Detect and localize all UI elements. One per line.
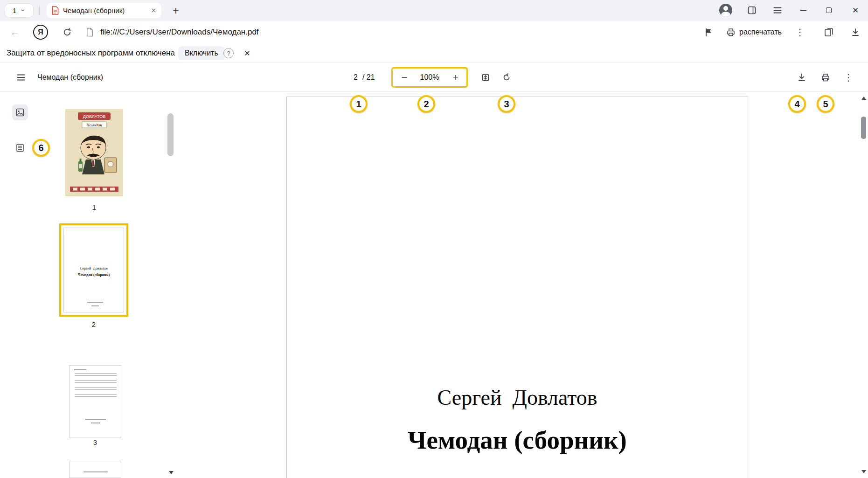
warning-message: Защита от вредоносных программ отключена [7, 43, 175, 63]
pdf-download-button[interactable] [795, 63, 809, 91]
avatar-head [723, 6, 728, 11]
thumb2-publisher-line [87, 302, 103, 303]
bookmark-flag-icon[interactable] [701, 25, 715, 40]
rotate-button[interactable] [500, 63, 514, 91]
tab-counter-value: 1 [13, 7, 16, 14]
printer-icon [726, 27, 736, 37]
chevron-down-icon: ⌄ [20, 7, 26, 11]
callout-4: 4 [788, 95, 806, 113]
back-button[interactable]: ← [8, 25, 22, 40]
zoom-in-button[interactable]: + [449, 63, 463, 91]
browser-tab-active[interactable]: Чемодан (сборник) ✕ [47, 3, 161, 18]
close-icon: ✕ [852, 7, 859, 14]
thumbnails-view-icon[interactable] [12, 104, 28, 120]
triangle-down [169, 471, 174, 474]
page-count-total: / 21 [362, 73, 375, 82]
thumbnail-page-3[interactable] [69, 365, 121, 437]
browser-menu-icon[interactable] [771, 4, 784, 17]
new-tab-button[interactable]: + [169, 4, 183, 18]
thumb4-heading-line [83, 471, 108, 472]
thumbnail-label-1: 1 [85, 203, 104, 211]
contents-view-icon[interactable] [12, 140, 28, 156]
browser-tab-bar: 1 ⌄ Чемодан (сборник) ✕ + [0, 0, 868, 21]
callout-1: 1 [350, 95, 368, 113]
url-field[interactable]: file:///C:/Users/User/Downloads/Чемодан.… [100, 21, 259, 43]
pdf-file-icon [52, 6, 59, 15]
callout-6: 6 [32, 139, 50, 157]
maximize-icon [826, 7, 832, 13]
tab-title: Чемодан (сборник) [63, 7, 147, 14]
pdf-more-menu-icon[interactable]: ⋮ [842, 63, 854, 91]
address-bar: ← Я file:///C:/Users/User/Downloads/Чемо… [0, 21, 868, 43]
profile-avatar[interactable] [719, 4, 732, 17]
pdf-print-button[interactable] [819, 63, 833, 91]
main-scrollbar-thumb[interactable] [861, 117, 866, 139]
print-label: распечатать [739, 28, 782, 36]
cover-title-text: Чемодан [86, 123, 102, 127]
thumb2-year-line [91, 305, 99, 306]
sidebar-scroll-down-icon[interactable] [169, 471, 174, 474]
print-page-button[interactable]: распечатать [726, 25, 782, 40]
zoom-out-button[interactable]: − [397, 63, 411, 91]
fit-to-page-button[interactable] [479, 63, 493, 91]
triangle-down [861, 470, 866, 473]
thumb3-footer-line-1 [85, 419, 106, 420]
thumb3-paragraph [75, 373, 117, 400]
tab-counter-button[interactable]: 1 ⌄ [5, 3, 34, 18]
side-panels-icon[interactable] [745, 4, 758, 17]
callout-3: 3 [498, 95, 515, 113]
thumb2-author: Сергей Довлатов [64, 266, 124, 270]
help-icon[interactable]: ? [223, 48, 234, 58]
security-warning-bar: Защита от вредоносных программ отключена… [0, 43, 868, 63]
zoom-out-icon: − [402, 72, 407, 83]
pdf-document-title: Чемодан (сборник) [37, 63, 103, 91]
book-cover-art: ДОВЛАТОВ Чемодан [65, 109, 123, 196]
warning-close-icon[interactable]: ✕ [242, 48, 253, 59]
main-scroll-up-icon[interactable] [861, 97, 866, 100]
document-author-text: Сергей Довлатов [286, 385, 748, 410]
yandex-logo[interactable]: Я [33, 25, 48, 40]
triangle-up [861, 97, 866, 100]
enable-protection-button[interactable]: Включить [178, 46, 225, 60]
kebab-glyph: ⋮ [844, 72, 853, 83]
thumb3-footer-line-2 [91, 423, 100, 423]
page-document-icon[interactable] [83, 25, 96, 40]
document-title-text: Чемодан (сборник) [286, 425, 748, 455]
minimize-window-button[interactable] [797, 4, 810, 17]
thumbnail-page-2-content: Сергей Довлатов Чемодан (сборник) [63, 228, 124, 312]
sidebar-scrollbar-thumb[interactable] [167, 113, 174, 156]
tabbar-divider [39, 6, 40, 15]
zoom-level-value: 100% [417, 63, 442, 91]
thumbnail-page-2-selected[interactable]: Сергей Довлатов Чемодан (сборник) [59, 223, 128, 317]
minimize-icon [800, 10, 806, 11]
zoom-in-icon: + [453, 72, 458, 83]
kebab-glyph: ⋮ [795, 27, 805, 38]
thumbnail-label-2: 2 [84, 320, 103, 328]
reload-button[interactable] [60, 25, 74, 40]
page-counter: 2 / 21 [354, 63, 375, 91]
kebab-menu-icon[interactable]: ⋮ [794, 25, 806, 40]
pdf-sidebar-toggle-icon[interactable] [14, 63, 28, 91]
current-page-field[interactable]: 2 [354, 73, 358, 82]
collections-icon[interactable] [822, 25, 836, 40]
thumb2-title: Чемодан (сборник) [64, 273, 124, 277]
pdf-toolbar: Чемодан (сборник) 2 / 21 − 100% + [0, 63, 868, 92]
callout-5: 5 [817, 95, 834, 113]
thumbnail-page-4[interactable] [69, 462, 121, 478]
downloads-icon[interactable] [849, 25, 862, 40]
back-arrow-icon: ← [10, 27, 20, 38]
yandex-letter: Я [33, 25, 48, 40]
close-window-button[interactable]: ✕ [849, 4, 862, 17]
thumb3-header-line [74, 369, 86, 370]
maximize-window-button[interactable] [822, 4, 835, 17]
callout-2: 2 [417, 95, 435, 113]
tab-close-icon[interactable]: ✕ [151, 7, 156, 14]
thumbnail-page-1[interactable]: ДОВЛАТОВ Чемодан [65, 109, 123, 196]
pdf-page-canvas[interactable] [286, 97, 748, 478]
main-scroll-down-icon[interactable] [861, 470, 866, 473]
cover-author-text: ДОВЛАТОВ [83, 114, 105, 119]
browser-window: 1 ⌄ Чемодан (сборник) ✕ + [0, 0, 868, 478]
thumbnail-label-3: 3 [86, 438, 104, 446]
avatar-torso [721, 12, 730, 17]
